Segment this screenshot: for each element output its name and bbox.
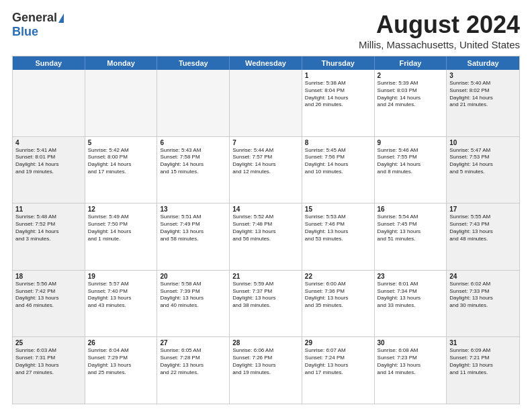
cell-info: Sunrise: 5:45 AM Sunset: 7:56 PM Dayligh… bbox=[305, 147, 371, 176]
cell-info: Sunrise: 5:43 AM Sunset: 7:58 PM Dayligh… bbox=[160, 147, 226, 176]
calendar-day-25: 25Sunrise: 6:03 AM Sunset: 7:31 PM Dayli… bbox=[13, 337, 85, 404]
day-number: 7 bbox=[232, 139, 299, 146]
calendar-subtitle: Millis, Massachusetts, United States bbox=[359, 39, 520, 50]
cell-info: Sunrise: 6:06 AM Sunset: 7:26 PM Dayligh… bbox=[232, 347, 299, 376]
cell-info: Sunrise: 5:51 AM Sunset: 7:49 PM Dayligh… bbox=[160, 214, 226, 242]
cell-info: Sunrise: 5:47 AM Sunset: 7:53 PM Dayligh… bbox=[449, 147, 517, 176]
header-day-friday: Friday bbox=[375, 56, 447, 70]
calendar-day-13: 13Sunrise: 5:51 AM Sunset: 7:49 PM Dayli… bbox=[157, 203, 230, 270]
logo-blue-text: Blue bbox=[12, 25, 38, 39]
cell-info: Sunrise: 5:40 AM Sunset: 8:02 PM Dayligh… bbox=[449, 80, 517, 109]
calendar: SundayMondayTuesdayWednesdayThursdayFrid… bbox=[12, 56, 520, 404]
day-number: 4 bbox=[15, 139, 82, 146]
header-day-thursday: Thursday bbox=[302, 56, 375, 70]
cell-info: Sunrise: 6:02 AM Sunset: 7:33 PM Dayligh… bbox=[449, 281, 517, 310]
day-number: 2 bbox=[378, 72, 444, 79]
calendar-day-24: 24Sunrise: 6:02 AM Sunset: 7:33 PM Dayli… bbox=[447, 271, 519, 337]
calendar-day-27: 27Sunrise: 6:05 AM Sunset: 7:28 PM Dayli… bbox=[157, 337, 230, 404]
header-day-wednesday: Wednesday bbox=[230, 56, 302, 70]
cell-info: Sunrise: 5:59 AM Sunset: 7:37 PM Dayligh… bbox=[232, 281, 299, 310]
day-number: 16 bbox=[378, 205, 444, 213]
day-number: 17 bbox=[449, 205, 517, 213]
calendar-row-5: 25Sunrise: 6:03 AM Sunset: 7:31 PM Dayli… bbox=[13, 337, 519, 404]
calendar-day-6: 6Sunrise: 5:43 AM Sunset: 7:58 PM Daylig… bbox=[157, 137, 230, 203]
day-number: 6 bbox=[160, 139, 226, 146]
cell-info: Sunrise: 5:39 AM Sunset: 8:03 PM Dayligh… bbox=[378, 80, 444, 109]
calendar-empty-cell bbox=[157, 70, 230, 136]
calendar-day-11: 11Sunrise: 5:48 AM Sunset: 7:52 PM Dayli… bbox=[13, 203, 85, 270]
day-number: 14 bbox=[232, 205, 299, 213]
cell-info: Sunrise: 5:54 AM Sunset: 7:45 PM Dayligh… bbox=[378, 214, 444, 242]
header-day-saturday: Saturday bbox=[447, 56, 519, 70]
cell-info: Sunrise: 6:03 AM Sunset: 7:31 PM Dayligh… bbox=[15, 347, 82, 376]
calendar-day-21: 21Sunrise: 5:59 AM Sunset: 7:37 PM Dayli… bbox=[230, 271, 302, 337]
calendar-day-17: 17Sunrise: 5:55 AM Sunset: 7:43 PM Dayli… bbox=[447, 203, 519, 270]
cell-info: Sunrise: 5:41 AM Sunset: 8:01 PM Dayligh… bbox=[15, 147, 82, 176]
calendar-day-10: 10Sunrise: 5:47 AM Sunset: 7:53 PM Dayli… bbox=[447, 137, 519, 203]
day-number: 27 bbox=[160, 339, 226, 347]
calendar-day-8: 8Sunrise: 5:45 AM Sunset: 7:56 PM Daylig… bbox=[302, 137, 375, 203]
day-number: 8 bbox=[305, 139, 371, 146]
header: General Blue August 2024 Millis, Massach… bbox=[12, 11, 520, 50]
calendar-day-31: 31Sunrise: 6:09 AM Sunset: 7:21 PM Dayli… bbox=[447, 337, 519, 404]
calendar-day-2: 2Sunrise: 5:39 AM Sunset: 8:03 PM Daylig… bbox=[375, 70, 447, 136]
day-number: 25 bbox=[15, 339, 82, 347]
cell-info: Sunrise: 6:01 AM Sunset: 7:34 PM Dayligh… bbox=[378, 281, 444, 310]
day-number: 10 bbox=[449, 139, 517, 146]
calendar-day-29: 29Sunrise: 6:07 AM Sunset: 7:24 PM Dayli… bbox=[302, 337, 375, 404]
calendar-day-30: 30Sunrise: 6:08 AM Sunset: 7:23 PM Dayli… bbox=[375, 337, 447, 404]
cell-info: Sunrise: 5:38 AM Sunset: 8:04 PM Dayligh… bbox=[305, 80, 371, 109]
cell-info: Sunrise: 6:05 AM Sunset: 7:28 PM Dayligh… bbox=[160, 347, 226, 376]
calendar-day-18: 18Sunrise: 5:56 AM Sunset: 7:42 PM Dayli… bbox=[13, 271, 85, 337]
calendar-day-26: 26Sunrise: 6:04 AM Sunset: 7:29 PM Dayli… bbox=[85, 337, 158, 404]
page: General Blue August 2024 Millis, Massach… bbox=[0, 0, 532, 411]
day-number: 24 bbox=[449, 273, 517, 280]
cell-info: Sunrise: 5:44 AM Sunset: 7:57 PM Dayligh… bbox=[232, 147, 299, 176]
cell-info: Sunrise: 5:56 AM Sunset: 7:42 PM Dayligh… bbox=[15, 281, 82, 310]
header-day-monday: Monday bbox=[85, 56, 158, 70]
calendar-day-23: 23Sunrise: 6:01 AM Sunset: 7:34 PM Dayli… bbox=[375, 271, 447, 337]
day-number: 12 bbox=[88, 205, 154, 213]
day-number: 28 bbox=[232, 339, 299, 347]
header-day-sunday: Sunday bbox=[13, 56, 85, 70]
day-number: 26 bbox=[88, 339, 154, 347]
day-number: 5 bbox=[88, 139, 154, 146]
calendar-header: SundayMondayTuesdayWednesdayThursdayFrid… bbox=[13, 56, 519, 70]
day-number: 1 bbox=[305, 72, 371, 79]
cell-info: Sunrise: 5:49 AM Sunset: 7:50 PM Dayligh… bbox=[88, 214, 154, 242]
cell-info: Sunrise: 6:04 AM Sunset: 7:29 PM Dayligh… bbox=[88, 347, 154, 376]
cell-info: Sunrise: 5:55 AM Sunset: 7:43 PM Dayligh… bbox=[449, 214, 517, 242]
cell-info: Sunrise: 5:57 AM Sunset: 7:40 PM Dayligh… bbox=[88, 281, 154, 310]
day-number: 30 bbox=[378, 339, 444, 347]
day-number: 31 bbox=[449, 339, 517, 347]
calendar-empty-cell bbox=[13, 70, 85, 136]
logo: General Blue bbox=[12, 11, 64, 39]
day-number: 11 bbox=[15, 205, 82, 213]
day-number: 3 bbox=[449, 72, 517, 79]
cell-info: Sunrise: 5:48 AM Sunset: 7:52 PM Dayligh… bbox=[15, 214, 82, 242]
calendar-day-22: 22Sunrise: 6:00 AM Sunset: 7:36 PM Dayli… bbox=[302, 271, 375, 337]
calendar-empty-cell bbox=[230, 70, 302, 136]
day-number: 20 bbox=[160, 273, 226, 280]
header-day-tuesday: Tuesday bbox=[157, 56, 230, 70]
cell-info: Sunrise: 5:52 AM Sunset: 7:48 PM Dayligh… bbox=[232, 214, 299, 242]
day-number: 19 bbox=[88, 273, 154, 280]
calendar-day-12: 12Sunrise: 5:49 AM Sunset: 7:50 PM Dayli… bbox=[85, 203, 158, 270]
day-number: 23 bbox=[378, 273, 444, 280]
cell-info: Sunrise: 5:42 AM Sunset: 8:00 PM Dayligh… bbox=[88, 147, 154, 176]
calendar-row-1: 1Sunrise: 5:38 AM Sunset: 8:04 PM Daylig… bbox=[13, 70, 519, 137]
calendar-day-19: 19Sunrise: 5:57 AM Sunset: 7:40 PM Dayli… bbox=[85, 271, 158, 337]
calendar-row-2: 4Sunrise: 5:41 AM Sunset: 8:01 PM Daylig… bbox=[13, 137, 519, 204]
cell-info: Sunrise: 5:46 AM Sunset: 7:55 PM Dayligh… bbox=[378, 147, 444, 176]
calendar-day-15: 15Sunrise: 5:53 AM Sunset: 7:46 PM Dayli… bbox=[302, 203, 375, 270]
day-number: 29 bbox=[305, 339, 371, 347]
calendar-row-3: 11Sunrise: 5:48 AM Sunset: 7:52 PM Dayli… bbox=[13, 203, 519, 271]
cell-info: Sunrise: 6:07 AM Sunset: 7:24 PM Dayligh… bbox=[305, 347, 371, 376]
calendar-day-9: 9Sunrise: 5:46 AM Sunset: 7:55 PM Daylig… bbox=[375, 137, 447, 203]
logo-triangle-icon bbox=[58, 13, 64, 23]
calendar-day-14: 14Sunrise: 5:52 AM Sunset: 7:48 PM Dayli… bbox=[230, 203, 302, 270]
calendar-day-16: 16Sunrise: 5:54 AM Sunset: 7:45 PM Dayli… bbox=[375, 203, 447, 270]
calendar-day-1: 1Sunrise: 5:38 AM Sunset: 8:04 PM Daylig… bbox=[302, 70, 375, 136]
cell-info: Sunrise: 6:08 AM Sunset: 7:23 PM Dayligh… bbox=[378, 347, 444, 376]
calendar-day-4: 4Sunrise: 5:41 AM Sunset: 8:01 PM Daylig… bbox=[13, 137, 85, 203]
